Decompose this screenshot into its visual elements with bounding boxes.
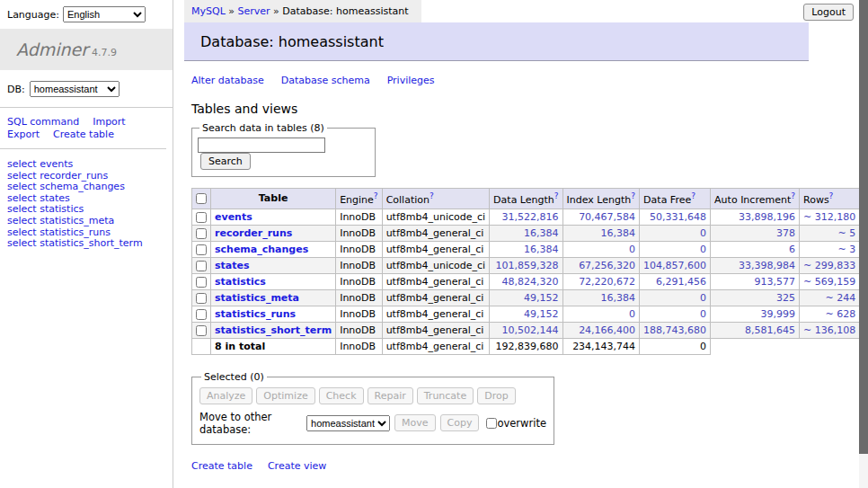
search-button[interactable]: Search — [200, 153, 251, 170]
total-index-length-cell: 234,143,744 — [562, 338, 640, 354]
auto-increment-link[interactable]: 6 — [789, 244, 795, 255]
data-free-link[interactable]: 0 — [700, 244, 706, 255]
data-length-link[interactable]: 10,502,144 — [502, 324, 559, 336]
sidebar-action-import[interactable]: Import — [93, 116, 126, 128]
help-link[interactable]: ? — [631, 191, 635, 200]
row-select-checkbox[interactable] — [196, 228, 207, 239]
sidebar-table-link[interactable]: select states — [7, 192, 70, 204]
sidebar-action-sql-command[interactable]: SQL command — [7, 116, 79, 128]
rows-link[interactable]: ~ 628 — [825, 308, 855, 320]
row-select-checkbox[interactable] — [196, 293, 207, 304]
create-table-link[interactable]: Create table — [191, 460, 252, 472]
data-length-link[interactable]: 101,859,328 — [496, 260, 559, 271]
help-link[interactable]: ? — [691, 191, 695, 200]
rows-link[interactable]: ~ 299,833 — [803, 260, 855, 271]
auto-increment-link[interactable]: 378 — [776, 227, 795, 239]
table-name-link[interactable]: statistics — [215, 276, 266, 288]
data-free-link[interactable]: 188,743,680 — [643, 324, 706, 336]
help-link[interactable]: ? — [829, 191, 834, 200]
sidebar-table-link[interactable]: select schema_changes — [7, 181, 125, 192]
rows-link[interactable]: ~ 136,108 — [803, 324, 855, 336]
help-link[interactable]: ? — [791, 191, 795, 200]
auto-increment-link[interactable]: 33,398,984 — [739, 260, 795, 271]
breadcrumb-link-server[interactable]: Server — [238, 5, 270, 17]
create-links: Create tableCreate view — [191, 460, 809, 472]
row-select-checkbox[interactable] — [196, 309, 207, 320]
create-view-link[interactable]: Create view — [268, 460, 326, 472]
auto-increment-link[interactable]: 33,898,196 — [739, 211, 795, 223]
index-length-link[interactable]: 70,467,584 — [579, 211, 635, 223]
sidebar-table-link[interactable]: select statistics_meta — [7, 215, 114, 226]
scrollbar-thumb[interactable] — [859, 0, 868, 454]
language-select[interactable]: English — [63, 6, 146, 22]
data-length-link[interactable]: 16,384 — [524, 227, 559, 239]
index-length-link[interactable]: 0 — [629, 308, 635, 320]
row-checkbox-cell — [192, 306, 211, 322]
data-length-link[interactable]: 31,522,816 — [502, 211, 559, 223]
index-length-link[interactable]: 16,384 — [601, 227, 636, 239]
data-length-link[interactable]: 16,384 — [524, 244, 559, 255]
data-length-link[interactable]: 49,152 — [524, 292, 559, 304]
row-select-checkbox[interactable] — [196, 277, 207, 288]
search-input[interactable] — [198, 138, 325, 153]
help-link[interactable]: ? — [430, 191, 434, 200]
column-label: Auto Increment — [714, 194, 791, 206]
db-action-privileges[interactable]: Privileges — [387, 75, 435, 86]
sidebar-table-link[interactable]: select statistics_runs — [7, 226, 111, 238]
sidebar-table-link[interactable]: select recorder_runs — [7, 170, 108, 182]
sidebar-action-create-table[interactable]: Create table — [53, 129, 114, 140]
sidebar-table-link[interactable]: select events — [7, 158, 73, 170]
help-link[interactable]: ? — [554, 191, 559, 200]
data-length-link[interactable]: 49,152 — [524, 308, 559, 320]
rows-link[interactable]: ~ 312,180 — [803, 211, 855, 223]
logout-button[interactable]: Logout — [803, 4, 854, 21]
db-action-database-schema[interactable]: Database schema — [281, 75, 370, 86]
index-length-link[interactable]: 72,220,672 — [579, 276, 635, 288]
rows-link[interactable]: ~ 244 — [825, 292, 855, 304]
data-free-link[interactable]: 0 — [700, 227, 706, 239]
sidebar-action-export[interactable]: Export — [7, 129, 40, 140]
overwrite-checkbox[interactable] — [486, 418, 497, 429]
auto-increment-link[interactable]: 325 — [776, 292, 795, 304]
vertical-scrollbar[interactable] — [859, 0, 868, 488]
sidebar-table-link[interactable]: select statistics_short_term — [7, 237, 143, 249]
select-all-checkbox[interactable] — [196, 193, 207, 204]
index-length-link[interactable]: 16,384 — [601, 292, 636, 304]
data-free-link[interactable]: 104,857,600 — [643, 260, 706, 271]
auto-increment-link[interactable]: 913,577 — [755, 276, 796, 288]
data-free-link[interactable]: 0 — [700, 292, 706, 304]
data-free-link[interactable]: 50,331,648 — [650, 211, 706, 223]
row-select-checkbox[interactable] — [196, 325, 207, 336]
table-name-link[interactable]: statistics_short_term — [215, 324, 332, 336]
collation-cell: utf8mb4_general_ci — [382, 306, 489, 322]
header-checkbox-cell — [192, 189, 211, 209]
data-length-link[interactable]: 48,824,320 — [502, 276, 559, 288]
table-name-link[interactable]: events — [215, 211, 252, 223]
data-free-link[interactable]: 0 — [700, 308, 706, 320]
index-length-link[interactable]: 0 — [629, 244, 635, 255]
move-database-select[interactable]: homeassistant — [306, 415, 390, 431]
rows-link[interactable]: ~ 3 — [837, 244, 855, 255]
table-name-link[interactable]: statistics_meta — [215, 292, 299, 304]
table-name-link[interactable]: schema_changes — [215, 244, 308, 255]
rows-link[interactable]: ~ 5 — [837, 227, 855, 239]
db-action-alter-database[interactable]: Alter database — [191, 75, 264, 86]
data-free-link[interactable]: 6,291,456 — [656, 276, 706, 288]
rows-cell: ~ 136,108 — [800, 322, 860, 338]
help-link[interactable]: ? — [374, 191, 378, 200]
db-select[interactable]: homeassistant — [30, 81, 120, 97]
sidebar-table-link[interactable]: select statistics — [7, 203, 84, 215]
auto-increment-link[interactable]: 8,581,645 — [745, 324, 795, 336]
row-select-checkbox[interactable] — [196, 212, 207, 223]
rows-link[interactable]: ~ 569,159 — [803, 276, 855, 288]
breadcrumb-link-mysql[interactable]: MySQL — [191, 5, 226, 17]
table-name-cell: statistics — [211, 273, 336, 289]
row-select-checkbox[interactable] — [196, 261, 207, 271]
table-name-link[interactable]: recorder_runs — [215, 227, 292, 239]
auto-increment-link[interactable]: 39,999 — [761, 308, 796, 320]
index-length-link[interactable]: 24,166,400 — [579, 324, 635, 336]
row-select-checkbox[interactable] — [196, 244, 207, 255]
index-length-link[interactable]: 67,256,320 — [579, 260, 635, 271]
table-name-link[interactable]: statistics_runs — [215, 308, 296, 320]
table-name-link[interactable]: states — [215, 260, 250, 271]
